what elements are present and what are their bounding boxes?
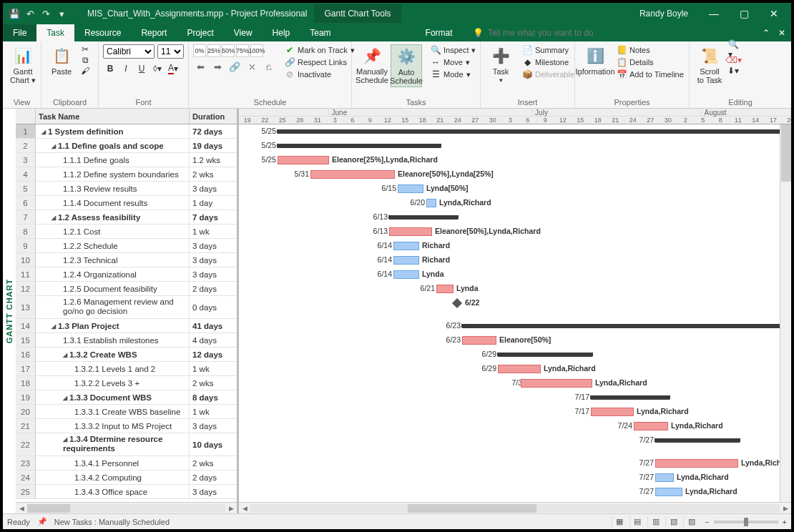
row-id[interactable]: 14 bbox=[16, 319, 36, 332]
scroll-right-icon[interactable]: ▶ bbox=[225, 505, 237, 512]
row-id[interactable]: 9 bbox=[16, 239, 36, 252]
row-id[interactable]: 18 bbox=[16, 376, 36, 390]
gantt-bar[interactable] bbox=[498, 365, 541, 373]
qat-more-icon[interactable]: ▾ bbox=[54, 6, 69, 21]
task-name-cell[interactable]: 1.1 Define goals and scope bbox=[36, 139, 190, 152]
mode-button[interactable]: ☰Mode ▾ bbox=[428, 69, 479, 80]
fill-icon[interactable]: ⬇▾ bbox=[728, 66, 738, 76]
table-row[interactable]: 18 1.3.2.2 Levels 3 + 2 wks bbox=[16, 376, 237, 390]
font-size-select[interactable]: 11 bbox=[157, 44, 184, 59]
maximize-icon[interactable]: ▢ bbox=[730, 4, 758, 24]
row-id[interactable]: 12 bbox=[16, 282, 36, 295]
row-id[interactable]: 23 bbox=[16, 456, 36, 470]
tab-project[interactable]: Project bbox=[177, 24, 223, 41]
inspect-button[interactable]: 🔍Inspect ▾ bbox=[428, 44, 479, 56]
task-name-cell[interactable]: 1.1.3 Review results bbox=[36, 182, 190, 195]
task-name-cell[interactable]: 1.3.3 Document WBS bbox=[36, 390, 190, 404]
ribbon-collapse-icon[interactable]: ⌃ bbox=[763, 28, 770, 38]
task-name-cell[interactable]: 1.3.3.2 Input to MS Project bbox=[36, 419, 190, 433]
scroll-to-task-button[interactable]: 📜 Scrollto Task bbox=[694, 44, 725, 86]
scroll-right-icon[interactable]: ▶ bbox=[780, 505, 791, 512]
gantt-bar[interactable] bbox=[398, 184, 423, 193]
task-name-cell[interactable]: 1.3.4.1 Personnel bbox=[36, 456, 190, 470]
table-row[interactable]: 24 1.3.4.2 Computing 2 days bbox=[16, 471, 237, 485]
gantt-row[interactable]: 7/27Lynda,Richard bbox=[239, 485, 791, 499]
row-id[interactable]: 21 bbox=[16, 419, 36, 433]
gantt-row[interactable]: 6/22 bbox=[239, 296, 791, 319]
view-switcher[interactable]: ▦ ▤ ▥ ▧ ▨ bbox=[612, 516, 699, 528]
duration-cell[interactable]: 4 days bbox=[190, 333, 237, 347]
tab-report[interactable]: Report bbox=[131, 24, 177, 41]
duration-cell[interactable]: 1 wk bbox=[190, 362, 237, 375]
save-icon[interactable]: 💾 bbox=[7, 6, 21, 21]
fill-color-button[interactable]: ◊▾ bbox=[150, 61, 165, 76]
duration-cell[interactable]: 0 days bbox=[190, 296, 237, 318]
gantt-bar[interactable] bbox=[498, 353, 592, 357]
gantt-chart-button[interactable]: 📊 GanttChart ▾ bbox=[7, 44, 39, 86]
minimize-icon[interactable]: — bbox=[700, 4, 728, 24]
user-name[interactable]: Randy Boyle bbox=[639, 9, 688, 19]
table-row[interactable]: 5 1.1.3 Review results 3 days bbox=[16, 182, 237, 196]
duration-cell[interactable]: 2 wks bbox=[190, 376, 237, 390]
undo-icon[interactable]: ↶ bbox=[23, 6, 37, 21]
table-row[interactable]: 9 1.2.2 Schedule 3 days bbox=[16, 239, 237, 253]
row-id[interactable]: 13 bbox=[16, 296, 36, 318]
row-id[interactable]: 19 bbox=[16, 390, 36, 404]
table-row[interactable]: 22 1.3.4 Dtermine resource requirements … bbox=[16, 433, 237, 456]
tab-view[interactable]: View bbox=[224, 24, 263, 41]
col-task-name[interactable]: Task Name bbox=[36, 109, 190, 124]
gantt-row[interactable]: 7/17 bbox=[239, 390, 791, 405]
gantt-bar[interactable] bbox=[389, 227, 432, 236]
copy-icon[interactable]: ⧉ bbox=[80, 55, 90, 65]
format-painter-icon[interactable]: 🖌 bbox=[80, 66, 90, 76]
add-timeline-button[interactable]: 📅Add to Timeline bbox=[614, 69, 687, 80]
task-name-cell[interactable]: 1.2.6 Management review and go/no go dec… bbox=[36, 296, 190, 318]
notes-button[interactable]: 📒Notes bbox=[614, 44, 687, 56]
col-duration[interactable]: Duration bbox=[190, 109, 237, 124]
gantt-row[interactable]: 6/20Lynda,Richard bbox=[239, 196, 791, 210]
gantt-bar[interactable] bbox=[436, 285, 454, 293]
row-id[interactable]: 6 bbox=[16, 196, 36, 210]
duration-cell[interactable]: 2 days bbox=[190, 282, 237, 295]
gantt-bar[interactable] bbox=[393, 256, 419, 265]
gantt-bar[interactable] bbox=[278, 156, 329, 164]
table-row[interactable]: 15 1.3.1 Establish milestones 4 days bbox=[16, 333, 237, 348]
table-row[interactable]: 6 1.1.4 Document results 1 day bbox=[16, 196, 237, 210]
find-icon[interactable]: 🔍▾ bbox=[728, 44, 738, 54]
inactivate-button[interactable]: ⊘Inactivate bbox=[282, 69, 358, 80]
task-name-cell[interactable]: 1.2 Assess feasibility bbox=[36, 210, 190, 224]
gantt-row[interactable]: 7/27Lynda,Richard bbox=[239, 456, 791, 471]
gantt-row[interactable]: 6/29Lynda,Richard bbox=[239, 362, 791, 376]
row-id[interactable]: 10 bbox=[16, 253, 36, 267]
task-name-cell[interactable]: 1.2.5 Document feasibility bbox=[36, 282, 190, 295]
table-row[interactable]: 8 1.2.1 Cost 1 wk bbox=[16, 225, 237, 239]
task-name-cell[interactable]: 1.2.2 Schedule bbox=[36, 239, 190, 252]
row-id[interactable]: 2 bbox=[16, 139, 36, 152]
scroll-left-icon[interactable]: ◀ bbox=[16, 505, 27, 512]
ribbon-close-icon[interactable]: ✕ bbox=[778, 28, 785, 38]
gantt-bar[interactable] bbox=[655, 473, 674, 482]
close-icon[interactable]: ✕ bbox=[760, 4, 788, 24]
clear-icon[interactable]: ⌫▾ bbox=[728, 55, 738, 65]
task-name-cell[interactable]: 1.2.3 Technical bbox=[36, 253, 190, 267]
task-name-cell[interactable]: 1.3 Plan Project bbox=[36, 319, 190, 332]
duration-cell[interactable]: 12 days bbox=[190, 348, 237, 361]
table-row[interactable]: 17 1.3.2.1 Levels 1 and 2 1 wk bbox=[16, 362, 237, 376]
gantt-row[interactable]: 5/25 bbox=[239, 124, 791, 139]
table-row[interactable]: 4 1.1.2 Define system boundaries 2 wks bbox=[16, 167, 237, 182]
table-row[interactable]: 7 1.2 Assess feasibility 7 days bbox=[16, 210, 237, 225]
row-id[interactable]: 3 bbox=[16, 153, 36, 167]
tab-resource[interactable]: Resource bbox=[74, 24, 131, 41]
duration-cell[interactable]: 2 wks bbox=[190, 167, 237, 181]
task-name-cell[interactable]: 1.3.2.1 Levels 1 and 2 bbox=[36, 362, 190, 375]
gantt-bar[interactable] bbox=[310, 170, 395, 179]
gantt-bar[interactable] bbox=[278, 129, 785, 134]
gantt-hscroll[interactable]: ◀ ▶ bbox=[239, 502, 791, 513]
italic-button[interactable]: I bbox=[119, 61, 133, 76]
row-id[interactable]: 5 bbox=[16, 182, 36, 195]
gantt-row[interactable]: 7/17Lynda,Richard bbox=[239, 405, 791, 419]
row-id[interactable]: 22 bbox=[16, 433, 36, 455]
gantt-bar[interactable] bbox=[634, 422, 668, 430]
table-row[interactable]: 14 1.3 Plan Project 41 days bbox=[16, 319, 237, 333]
duration-cell[interactable]: 8 days bbox=[190, 390, 237, 404]
